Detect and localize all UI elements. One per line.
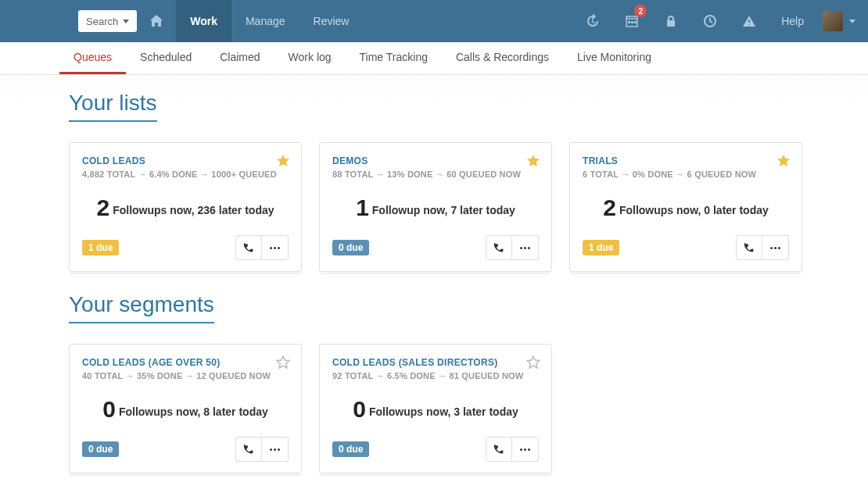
star-icon[interactable] xyxy=(276,154,290,171)
search-dropdown[interactable]: Search xyxy=(78,10,137,32)
card-title: COLD LEADS xyxy=(82,155,289,166)
card-footer: 1 due xyxy=(82,235,289,260)
home-icon[interactable] xyxy=(137,0,176,42)
tab-scheduled[interactable]: Scheduled xyxy=(126,42,206,74)
content: Your lists COLD LEADS4,882 TOTAL → 6.4% … xyxy=(0,75,868,473)
due-pill[interactable]: 1 due xyxy=(583,240,619,255)
card-footer: 0 due xyxy=(332,437,539,462)
lock-icon[interactable] xyxy=(651,0,690,42)
segment-card: COLD LEADS (AGE OVER 50)40 TOTAL → 35% D… xyxy=(69,344,302,473)
followups-line: 0Followups now, 8 later today xyxy=(82,396,289,423)
followup-count: 0 xyxy=(102,396,116,422)
list-card: DEMOS88 TOTAL → 13% DONE → 60 QUEUED NOW… xyxy=(319,142,552,272)
search-label: Search xyxy=(86,16,118,27)
warning-icon[interactable] xyxy=(730,0,769,42)
nav-manage[interactable]: Manage xyxy=(231,0,299,42)
card-stats: 6 TOTAL → 0% DONE → 6 QUEUED NOW xyxy=(583,170,789,179)
followup-count: 2 xyxy=(603,195,616,220)
due-pill[interactable]: 0 due xyxy=(332,240,369,255)
star-icon[interactable] xyxy=(526,154,540,171)
followups-line: 2Followups now, 0 later today xyxy=(583,195,789,221)
list-card: TRIALS6 TOTAL → 0% DONE → 6 QUEUED NOW2F… xyxy=(569,142,802,272)
followup-text: Followups now, 8 later today xyxy=(119,405,268,418)
calendar-icon[interactable]: 2 xyxy=(612,0,651,42)
nav-review[interactable]: Review xyxy=(299,0,364,42)
star-icon[interactable] xyxy=(526,355,540,373)
segment-card: COLD LEADS (SALES DIRECTORS)92 TOTAL → 6… xyxy=(319,344,552,473)
list-card: COLD LEADS4,882 TOTAL → 6.4% DONE → 1000… xyxy=(69,142,302,272)
star-icon[interactable] xyxy=(276,355,290,373)
caret-down-icon xyxy=(849,20,855,23)
followup-text: Followups now, 0 later today xyxy=(619,204,769,216)
more-button[interactable] xyxy=(262,437,289,462)
tab-claimed[interactable]: Claimed xyxy=(206,42,274,74)
lists-heading: Your lists xyxy=(69,91,157,122)
lists-cards: COLD LEADS4,882 TOTAL → 6.4% DONE → 1000… xyxy=(69,142,868,272)
tab-time-tracking[interactable]: Time Tracking xyxy=(346,42,442,74)
card-footer: 1 due xyxy=(583,235,789,260)
card-stats: 92 TOTAL → 6.5% DONE → 81 QUEUED NOW xyxy=(332,371,539,380)
call-button[interactable] xyxy=(486,437,512,462)
sub-nav: QueuesScheduledClaimedWork logTime Track… xyxy=(0,42,868,75)
followups-line: 2Followups now, 236 later today xyxy=(82,195,289,221)
card-actions xyxy=(486,235,539,260)
clock-icon[interactable] xyxy=(690,0,730,42)
card-actions xyxy=(235,437,289,462)
card-actions xyxy=(235,235,289,260)
due-pill[interactable]: 1 due xyxy=(82,240,119,255)
user-menu[interactable] xyxy=(816,11,868,31)
card-actions xyxy=(486,437,539,462)
followup-count: 0 xyxy=(353,396,366,422)
top-nav: Search WorkManageReview 2 Help xyxy=(0,0,868,42)
card-stats: 88 TOTAL → 13% DONE → 60 QUEUED NOW xyxy=(332,170,539,179)
followup-count: 1 xyxy=(356,195,369,220)
card-actions xyxy=(736,235,789,260)
followup-text: Followups now, 236 later today xyxy=(113,204,274,216)
more-button[interactable] xyxy=(512,437,539,462)
due-pill[interactable]: 0 due xyxy=(332,441,369,457)
notification-badge: 2 xyxy=(634,5,647,17)
star-icon[interactable] xyxy=(777,154,791,171)
help-link[interactable]: Help xyxy=(769,15,816,27)
card-stats: 40 TOTAL → 35% DONE → 12 QUEUED NOW xyxy=(82,371,289,380)
card-title: DEMOS xyxy=(332,155,539,166)
followups-line: 1Followup now, 7 later today xyxy=(332,195,539,221)
followup-text: Followup now, 7 later today xyxy=(372,204,515,216)
more-button[interactable] xyxy=(262,235,289,260)
history-icon[interactable] xyxy=(573,0,612,42)
nav-work[interactable]: Work xyxy=(176,0,231,42)
tab-live-monitoring[interactable]: Live Monitoring xyxy=(563,42,665,74)
card-title: COLD LEADS (SALES DIRECTORS) xyxy=(332,357,539,368)
due-pill[interactable]: 0 due xyxy=(82,441,119,457)
followup-text: Followups now, 3 later today xyxy=(369,405,518,418)
tab-queues[interactable]: Queues xyxy=(59,42,126,74)
card-footer: 0 due xyxy=(332,235,539,260)
call-button[interactable] xyxy=(486,235,512,260)
call-button[interactable] xyxy=(235,235,262,260)
tab-work-log[interactable]: Work log xyxy=(274,42,346,74)
segments-heading: Your segments xyxy=(69,292,214,323)
call-button[interactable] xyxy=(736,235,762,260)
followup-count: 2 xyxy=(96,195,109,220)
followups-line: 0Followups now, 3 later today xyxy=(332,396,539,423)
avatar xyxy=(823,11,843,31)
card-title: COLD LEADS (AGE OVER 50) xyxy=(82,357,289,368)
card-footer: 0 due xyxy=(82,437,289,462)
segments-cards: COLD LEADS (AGE OVER 50)40 TOTAL → 35% D… xyxy=(69,344,868,473)
card-stats: 4,882 TOTAL → 6.4% DONE → 1000+ QUEUED xyxy=(82,170,289,179)
caret-down-icon xyxy=(123,20,129,23)
more-button[interactable] xyxy=(762,235,789,260)
more-button[interactable] xyxy=(512,235,539,260)
card-title: TRIALS xyxy=(583,155,789,166)
tab-calls-recordings[interactable]: Calls & Recordings xyxy=(442,42,563,74)
call-button[interactable] xyxy=(235,437,262,462)
